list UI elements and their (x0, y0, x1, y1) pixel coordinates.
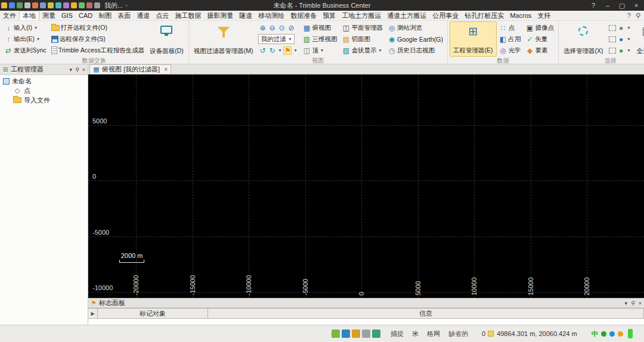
tab-tunnel[interactable]: 隧道 (236, 11, 255, 20)
flag-pane-close-icon[interactable]: × (639, 300, 642, 306)
qat-icon-13[interactable] (94, 2, 100, 8)
flag-pane-dropdown-icon[interactable]: ▾ (625, 300, 628, 306)
rotate-left-icon[interactable]: ↺ (258, 46, 267, 55)
selection-option-2[interactable]: ● ▾ (608, 33, 633, 45)
send-to-sync-button[interactable]: ⇄ 发送到Sync (3, 45, 48, 56)
help-button[interactable]: ? (587, 2, 600, 10)
rotate-right-icon[interactable]: ↻ (268, 46, 276, 55)
tab-drilling-piling[interactable]: 钻孔打桩压实 (462, 11, 507, 20)
qat-icon-4[interactable] (24, 2, 30, 8)
pin-icon[interactable]: ⚲ (631, 300, 635, 306)
zoom-in-icon[interactable]: ⊕ (258, 24, 267, 32)
trimble-access-report-button[interactable]: Trimble Access工程报告生成器 (50, 45, 145, 56)
tab-corridor[interactable]: 通道 (134, 11, 153, 20)
qat-icon-9[interactable] (63, 2, 69, 8)
ribbon-help-icon[interactable]: ? (627, 12, 631, 19)
view-filter-combobox[interactable]: 我的过滤 ▾ (258, 34, 295, 44)
tab-takeoff[interactable]: 预算 (320, 11, 339, 20)
status-icon-4[interactable] (362, 329, 370, 338)
qat-icon-5[interactable] (32, 2, 38, 8)
zoom-window-icon[interactable]: ⊙ (277, 24, 286, 32)
status-icon-5[interactable] (372, 329, 380, 338)
selection-option-1[interactable]: ● ▾ (608, 22, 633, 33)
plan-view-canvas[interactable]: 5000 0 -5000 -10000 -20000 -15000 -10000… (88, 74, 644, 298)
export-button[interactable]: ↑ 输出(E) ▾ (3, 33, 48, 45)
qat-icon-12[interactable] (86, 2, 92, 8)
tab-file[interactable]: 文件 (0, 11, 19, 20)
features-button[interactable]: ◆ 要素 (525, 45, 556, 56)
status-icon-3[interactable] (352, 329, 360, 338)
status-icon-1[interactable] (332, 329, 340, 338)
zoom-out-icon[interactable]: ⊖ (268, 24, 276, 32)
close-button[interactable]: × (630, 2, 643, 10)
maximize-button[interactable]: ▢ (615, 2, 628, 10)
qat-icon-3[interactable] (17, 2, 23, 8)
3d-view-button[interactable]: ▧ 三维视图 (301, 33, 338, 45)
view-filter-dropdown[interactable]: 我的过滤 ▾ (257, 33, 299, 45)
zoom-extents-icon[interactable]: ⊘ (287, 24, 295, 32)
ime-indicator[interactable]: 中 (592, 329, 598, 338)
status-icon-2[interactable] (342, 329, 350, 338)
snap-toggle[interactable]: 捕捉 (391, 329, 404, 338)
tab-close-icon[interactable]: × (164, 66, 168, 73)
tab-mobile-mapping[interactable]: 移动测绘 (255, 11, 287, 20)
qat-icon-8[interactable] (55, 2, 61, 8)
view-filter-manager-button[interactable]: 视图过滤器管理器(M) (191, 21, 256, 57)
column-header-marked-objects[interactable]: 标记对象 (98, 308, 208, 319)
tree-node-import-files[interactable]: 导入文件 (0, 95, 88, 105)
selection-option-3[interactable]: ● ▾ (608, 45, 633, 56)
qat-workspace-dropdown[interactable]: 我的... ▾ (104, 1, 129, 10)
tab-data-prep[interactable]: 数据准备 (287, 11, 320, 20)
qat-icon-6[interactable] (40, 2, 46, 8)
camera-points-button[interactable]: ▣ 摄像点 (525, 22, 556, 33)
tab-local[interactable]: 本地 (19, 11, 39, 20)
history-log-button[interactable]: ◷ 历史日志视图 (386, 45, 444, 56)
tree-node-project[interactable]: 未命名 (0, 76, 88, 86)
tab-gis[interactable]: GIS (58, 11, 76, 20)
qat-icon-2[interactable] (9, 2, 15, 8)
project-explorer-button[interactable]: ⊞ 工程管理器(E) (450, 21, 497, 57)
panel-close-icon[interactable]: × (82, 67, 85, 73)
panel-dropdown-icon[interactable]: ▾ (70, 67, 73, 73)
cutting-plane-view-button[interactable]: ▤ 切面图 (340, 33, 384, 45)
pin-icon[interactable]: ⚲ (75, 67, 79, 73)
default-set-indicator[interactable]: 缺省的 (448, 329, 468, 338)
tab-drafting[interactable]: 制图 (95, 11, 114, 20)
column-header-info[interactable]: 信息 (208, 308, 644, 319)
qat-icon-11[interactable] (79, 2, 85, 8)
ribbon-pin-icon[interactable]: ⚲ (636, 12, 640, 20)
tab-photogrammetry[interactable]: 摄影测量 (204, 11, 236, 20)
tab-plan-view[interactable]: ▦ 俯视图 [我的过滤器] × (89, 64, 171, 74)
qat-icon-7[interactable] (48, 2, 54, 8)
tab-site-mass-haul[interactable]: 工地土方搬运 (339, 11, 384, 20)
grid-toggle[interactable]: 格网 (427, 329, 440, 338)
select-all-button[interactable]: ▦ 全选(A) (634, 21, 644, 57)
tab-macros[interactable]: Macros (507, 11, 534, 20)
tree-node-points[interactable]: ◇ 点 (0, 86, 88, 95)
occupation-button[interactable]: ◧ 占用 (498, 33, 522, 45)
units-indicator[interactable]: 米 (412, 329, 419, 338)
optics-button[interactable]: ◎ 光学 (498, 45, 522, 56)
device-panel-button[interactable]: 设备面板(D) (147, 21, 187, 57)
minimize-button[interactable]: – (601, 2, 614, 10)
limit-box-button[interactable]: ▧ 盒状显示 ▾ (340, 45, 384, 56)
top-view-button[interactable]: ◫ 顶 ▾ (301, 45, 338, 56)
points-button[interactable]: ∷ 点 (498, 22, 522, 33)
tab-support[interactable]: 支持 (534, 11, 553, 20)
plan-view-button[interactable]: ▦ 俯视图 (301, 22, 338, 33)
plane-manager-button[interactable]: ◫ 平面管理器 (340, 22, 384, 33)
tab-surface[interactable]: 表面 (114, 11, 134, 20)
vectors-button[interactable]: ✓ 矢量 (525, 33, 556, 45)
save-remote-file-button[interactable]: 远程保存文件(S) (50, 33, 145, 45)
import-button[interactable]: ↓ 输入(I) ▾ (3, 22, 48, 33)
tab-point-cloud[interactable]: 点云 (153, 11, 172, 20)
tab-utilities[interactable]: 公用事业 (429, 11, 462, 20)
tab-corridor-mass-haul[interactable]: 通道土方搬运 (384, 11, 429, 20)
tab-cad[interactable]: CAD (76, 11, 95, 20)
station-view-button[interactable]: ◎ 测站浏览 (386, 22, 444, 33)
google-earth-button[interactable]: ◉ Google Earth(G) (386, 33, 444, 45)
flag-tool-icon[interactable]: ⚑ (283, 46, 292, 55)
open-remote-file-button[interactable]: 打开远程文件(O) (50, 22, 145, 33)
tab-construction-data[interactable]: 施工数据 (172, 11, 204, 20)
qat-icon-1[interactable] (1, 2, 7, 8)
